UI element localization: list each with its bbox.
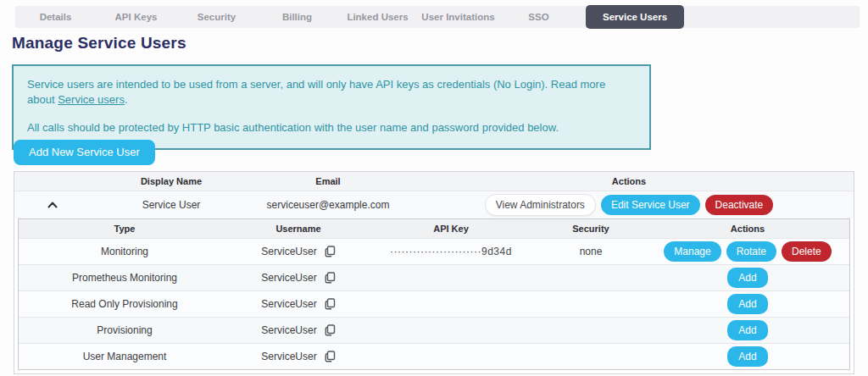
delete-button[interactable]: Delete xyxy=(782,241,832,262)
add-key-button[interactable]: Add xyxy=(727,294,767,314)
key-type: Prometheus Monitoring xyxy=(19,272,231,284)
deactivate-button[interactable]: Deactivate xyxy=(705,195,774,215)
api-key-value: ························9d34d xyxy=(366,246,536,257)
info-box: Service users are intended to be used fr… xyxy=(12,64,651,150)
key-type: Provisioning xyxy=(19,324,231,336)
edit-service-user-button[interactable]: Edit Service User xyxy=(601,195,700,215)
page-title: Manage Service Users xyxy=(12,34,186,53)
users-table-header: Display Name Email Actions xyxy=(14,172,854,191)
service-user-actions: View Administrators Edit Service User De… xyxy=(404,194,854,216)
display-name-value: Service User xyxy=(91,199,252,211)
key-type: Monitoring xyxy=(19,246,231,257)
chevron-up-icon xyxy=(47,199,58,211)
copy-icon[interactable] xyxy=(325,272,336,284)
tab-bar: Details API Keys Security Billing Linked… xyxy=(15,6,860,28)
info-line-2: All calls should be protected by HTTP ba… xyxy=(27,120,636,135)
api-keys-table: Type Username API Key Security Actions M… xyxy=(18,218,850,370)
key-row-user-management: User Management ServiceUser Add xyxy=(19,343,849,369)
tab-details[interactable]: Details xyxy=(15,12,96,22)
service-users-table: Display Name Email Actions Service User … xyxy=(14,171,854,374)
tab-linked-users[interactable]: Linked Users xyxy=(337,12,418,22)
key-type: Read Only Provisioning xyxy=(19,298,231,310)
header-key-actions: Actions xyxy=(646,224,849,234)
header-username: Username xyxy=(231,224,366,234)
info-line-1: Service users are intended to be used fr… xyxy=(27,77,636,107)
rotate-button[interactable]: Rotate xyxy=(726,241,776,262)
header-email: Email xyxy=(252,176,404,186)
tab-api-keys[interactable]: API Keys xyxy=(96,12,176,22)
add-key-button[interactable]: Add xyxy=(727,320,767,340)
header-api-key: API Key xyxy=(366,224,536,234)
username-value: ServiceUser xyxy=(261,298,316,310)
tab-user-invitations[interactable]: User Invitations xyxy=(418,12,498,22)
collapse-row-toggle[interactable] xyxy=(14,199,91,211)
security-value: none xyxy=(536,246,646,257)
tab-billing[interactable]: Billing xyxy=(257,12,337,22)
copy-icon[interactable] xyxy=(325,246,336,257)
copy-icon[interactable] xyxy=(325,324,336,336)
key-row-prometheus-monitoring: Prometheus Monitoring ServiceUser Add xyxy=(19,264,849,290)
copy-icon[interactable] xyxy=(325,298,336,310)
key-row-provisioning: Provisioning ServiceUser Add xyxy=(19,317,849,343)
key-type: User Management xyxy=(19,351,231,362)
view-administrators-button[interactable]: View Administrators xyxy=(485,194,596,216)
add-key-button[interactable]: Add xyxy=(727,268,767,288)
username-value: ServiceUser xyxy=(261,272,316,284)
key-row-monitoring: Monitoring ServiceUser ·················… xyxy=(19,238,849,264)
keys-table-header: Type Username API Key Security Actions xyxy=(19,219,849,238)
username-value: ServiceUser xyxy=(261,246,316,257)
header-display-name: Display Name xyxy=(91,176,252,186)
username-value: ServiceUser xyxy=(261,351,316,362)
add-key-button[interactable]: Add xyxy=(727,346,767,367)
copy-icon[interactable] xyxy=(325,351,336,362)
add-new-service-user-button[interactable]: Add New Service User xyxy=(14,140,155,165)
header-type: Type xyxy=(19,224,231,234)
manage-button[interactable]: Manage xyxy=(664,241,721,262)
header-actions: Actions xyxy=(404,176,854,186)
service-user-row: Service User serviceuser@example.com Vie… xyxy=(14,191,854,218)
tab-security[interactable]: Security xyxy=(176,12,257,22)
service-users-link[interactable]: Service users xyxy=(58,93,125,106)
header-security: Security xyxy=(536,224,646,234)
email-value: serviceuser@example.com xyxy=(252,199,404,211)
key-row-read-only-provisioning: Read Only Provisioning ServiceUser Add xyxy=(19,290,849,317)
tab-service-users[interactable]: Service Users xyxy=(586,5,684,29)
username-value: ServiceUser xyxy=(261,324,316,336)
tab-sso[interactable]: SSO xyxy=(498,12,579,22)
